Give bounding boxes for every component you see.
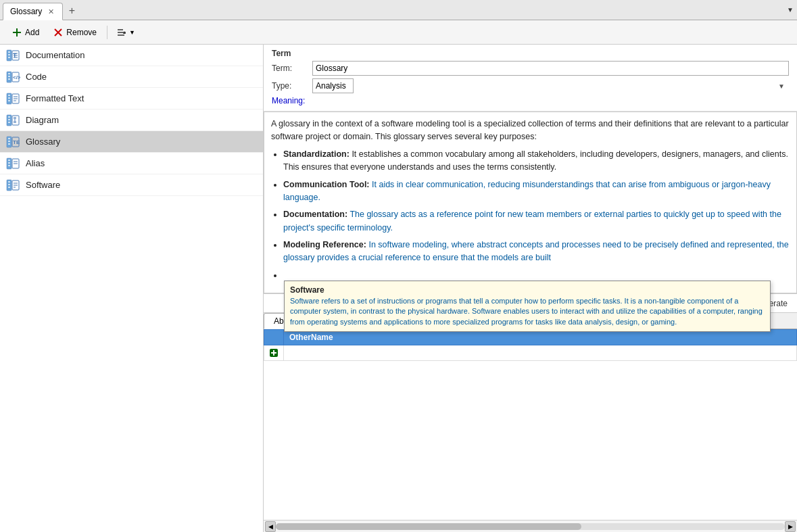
svg-rect-20 [8,78,10,80]
main-content: T Documentation </> Code [0,45,797,532]
meaning-editor[interactable]: A glossary in the context of a software … [264,112,797,293]
term-label: Term: [272,64,312,73]
tab-add-button[interactable]: + [63,2,80,20]
documentation-icon: T [5,48,20,63]
svg-rect-10 [8,54,10,55]
svg-text:TE: TE [13,139,20,145]
add-icon [11,27,22,38]
sort-button[interactable]: ▼ [112,24,140,41]
svg-rect-25 [8,97,10,99]
svg-rect-41 [8,141,10,142]
select-arrow-icon: ▼ [778,82,785,90]
remove-label: Remove [66,28,97,37]
remove-icon [53,27,64,38]
tab-dropdown-button[interactable]: ▼ [783,0,797,20]
sidebar-item-diagram[interactable]: Diagram [0,110,263,131]
svg-rect-18 [8,73,10,74]
type-row: Type: Analysis Business Technical Domain… [272,78,789,93]
tab-glossary[interactable]: Glossary ✕ [3,3,63,20]
svg-rect-55 [8,187,10,188]
scroll-right-button[interactable]: ▶ [785,521,796,532]
term-section-title: Term [272,49,789,58]
svg-rect-38 [14,121,16,123]
svg-text:</>: </> [13,74,20,80]
remove-button[interactable]: Remove [47,24,103,41]
svg-rect-54 [8,184,10,185]
add-row-button[interactable] [268,347,279,358]
sidebar-item-formatted-text-label: Formatted Text [26,93,84,103]
svg-rect-63 [271,352,276,354]
sidebar-item-software[interactable]: Software [0,174,263,196]
svg-rect-19 [8,76,10,77]
scrollbar-thumb[interactable] [276,523,581,530]
sidebar-item-alias-label: Alias [26,158,45,168]
table-header-actions [264,330,284,345]
svg-rect-48 [8,165,10,166]
meaning-section: A glossary in the context of a software … [264,112,797,294]
table-cell-add [264,345,284,361]
sidebar-item-software-label: Software [26,180,60,190]
svg-rect-26 [8,100,10,101]
sidebar-item-documentation[interactable]: T Documentation [0,45,263,66]
type-select-wrapper: Analysis Business Technical Domain ▼ [312,78,789,93]
toolbar: Add Remove ▼ [0,20,797,45]
tooltip-overlay: Software Software refers to a set of ins… [284,281,771,332]
add-label: Add [25,28,39,37]
svg-rect-47 [8,162,10,164]
bottom-section: Abbreviations & Other Names Aliases Othe… [264,313,797,532]
svg-rect-24 [8,95,10,96]
sort-dropdown-arrow: ▼ [129,29,135,36]
other-names-table: OtherName [264,329,797,361]
sidebar-item-alias[interactable]: Alias [0,153,263,174]
meaning-item-communication: Communication Tool: It aids in clear com… [283,178,790,205]
term-input[interactable] [312,61,789,76]
svg-rect-42 [8,143,10,145]
add-row-icon [269,348,279,358]
svg-rect-34 [8,122,10,123]
sidebar-item-code[interactable]: </> Code [0,66,263,88]
type-label: Type: [272,81,312,91]
meaning-label: Meaning: [272,96,789,105]
diagram-icon [5,113,20,128]
horizontal-scrollbar[interactable]: ◀ ▶ [264,520,797,532]
scroll-left-button[interactable]: ◀ [265,521,276,532]
tab-glossary-label: Glossary [10,7,42,16]
table-row-add [264,345,797,361]
sort-icon [116,27,127,38]
sidebar: T Documentation </> Code [0,45,264,532]
add-button[interactable]: Add [5,24,45,41]
toolbar-separator [107,26,107,39]
sidebar-item-formatted-text[interactable]: Formatted Text [0,88,263,110]
term-section: Term Term: Type: Analysis Business Techn… [264,45,797,112]
scrollbar-track [276,523,785,530]
sidebar-item-glossary-label: Glossary [26,137,60,147]
svg-rect-32 [8,116,10,118]
glossary-icon: TE [5,135,20,149]
tooltip-title: Software [290,285,765,295]
svg-rect-36 [14,117,16,119]
term-row: Term: [272,61,789,76]
svg-rect-11 [8,57,10,58]
svg-rect-53 [8,181,10,183]
meaning-item-standardization: Standardization: It establishes a common… [283,148,790,174]
software-icon [5,178,20,193]
type-select[interactable]: Analysis Business Technical Domain [312,78,354,93]
sidebar-item-diagram-label: Diagram [26,115,59,125]
sidebar-item-glossary[interactable]: TE Glossary [0,131,263,153]
tab-close-icon[interactable]: ✕ [46,7,55,16]
meaning-intro: A glossary in the context of a software … [271,118,790,144]
meaning-content: A glossary in the context of a software … [271,118,790,282]
alias-icon [5,156,20,171]
table-cell-empty [284,345,797,361]
svg-rect-9 [8,51,10,53]
svg-rect-40 [8,138,10,139]
tooltip-text: Software refers to a set of instructions… [290,296,765,327]
sidebar-item-documentation-label: Documentation [26,50,84,60]
detail-panel: Term Term: Type: Analysis Business Techn… [264,45,797,532]
formatted-text-icon [5,91,20,106]
meaning-item-modeling: Modeling Reference: In software modeling… [283,239,790,265]
table-area: OtherName [264,329,797,520]
meaning-item-documentation: Documentation: The glossary acts as a re… [283,208,790,235]
svg-rect-46 [8,160,10,161]
sidebar-item-code-label: Code [26,72,47,82]
